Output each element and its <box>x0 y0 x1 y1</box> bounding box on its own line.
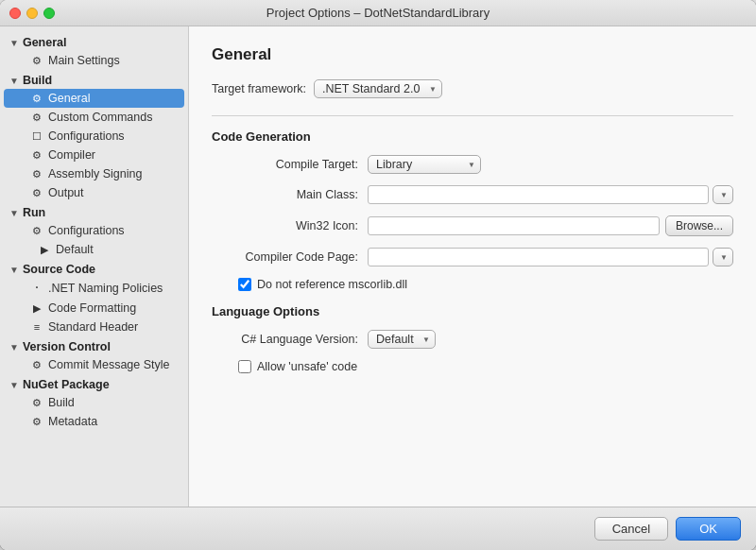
gear-icon: ⚙ <box>30 112 43 124</box>
sidebar-item-standard-header[interactable]: ≡ Standard Header <box>4 318 184 336</box>
sidebar-section-build: ▼ Build ⚙ General ⚙ Custom Commands ☐ Co… <box>0 70 188 202</box>
main-class-label: Main Class: <box>212 188 368 201</box>
main-class-control <box>368 185 733 204</box>
close-button[interactable] <box>9 8 21 19</box>
compiler-code-page-dropdown-wrapper <box>713 248 733 266</box>
gear-icon: ⚙ <box>30 359 43 371</box>
compiler-code-page-dropdown[interactable] <box>713 248 733 266</box>
sidebar-item-run-configurations[interactable]: ⚙ Configurations <box>4 221 184 240</box>
target-framework-row: Target framework: .NET Standard 2.0 <box>212 79 733 98</box>
traffic-lights <box>9 8 55 19</box>
gear-icon: ⚙ <box>30 225 43 237</box>
compile-target-control: Library <box>368 155 733 174</box>
target-framework-select-wrapper: .NET Standard 2.0 <box>314 79 442 98</box>
sidebar-group-run-label: Run <box>23 206 45 219</box>
header-icon: ≡ <box>30 321 43 333</box>
sidebar-group-nuget-label: NuGet Package <box>23 378 110 391</box>
compiler-code-page-label: Compiler Code Page: <box>212 250 368 264</box>
win32-icon-control: Browse... <box>368 215 733 236</box>
sidebar-group-general[interactable]: ▼ General <box>0 32 188 51</box>
sidebar-item-custom-commands[interactable]: ⚙ Custom Commands <box>4 108 184 127</box>
win32-icon-row: Win32 Icon: Browse... <box>212 215 733 236</box>
sidebar-section-source-code: ▼ Source Code · .NET Naming Policies ▶ C… <box>0 259 188 336</box>
sidebar-section-general: ▼ General ⚙ Main Settings <box>0 32 188 70</box>
gear-icon: ⚙ <box>30 149 43 162</box>
csharp-version-control: Default <box>368 330 733 349</box>
sidebar: ▼ General ⚙ Main Settings ▼ Build ⚙ Gene… <box>0 26 189 507</box>
csharp-version-select[interactable]: Default <box>368 330 436 349</box>
checkbox-icon: ☐ <box>30 130 43 143</box>
sidebar-item-run-default[interactable]: ▶ Default <box>4 240 184 259</box>
sidebar-group-version-control[interactable]: ▼ Version Control <box>0 336 188 355</box>
win32-icon-label: Win32 Icon: <box>212 219 368 232</box>
compiler-code-page-control <box>368 248 733 266</box>
footer: Cancel OK <box>0 507 756 550</box>
titlebar: Project Options – DotNetStandardLibrary <box>0 0 756 26</box>
compile-target-row: Compile Target: Library <box>212 155 733 174</box>
gear-icon: ⚙ <box>30 55 43 67</box>
sidebar-group-source-code-label: Source Code <box>23 263 95 276</box>
compile-target-select[interactable]: Library <box>368 155 481 174</box>
target-framework-select[interactable]: .NET Standard 2.0 <box>314 79 442 98</box>
sidebar-item-code-formatting[interactable]: ▶ Code Formatting <box>4 299 184 318</box>
sidebar-item-commit-message[interactable]: ⚙ Commit Message Style <box>4 355 184 374</box>
divider <box>212 115 733 116</box>
sidebar-section-run: ▼ Run ⚙ Configurations ▶ Default <box>0 202 188 259</box>
csharp-version-label: C# Language Version: <box>212 333 368 346</box>
cancel-button[interactable]: Cancel <box>594 517 668 541</box>
sidebar-group-nuget[interactable]: ▼ NuGet Package <box>0 374 188 393</box>
maximize-button[interactable] <box>43 8 55 19</box>
win32-icon-input[interactable] <box>368 216 660 235</box>
compile-target-select-wrapper: Library <box>368 155 481 174</box>
arrow-icon: ▼ <box>9 76 19 86</box>
sidebar-group-build[interactable]: ▼ Build <box>0 70 188 89</box>
arrow-icon: ▼ <box>9 342 19 352</box>
win32-icon-input-group: Browse... <box>368 215 733 236</box>
minimize-button[interactable] <box>26 8 38 19</box>
sidebar-section-version-control: ▼ Version Control ⚙ Commit Message Style <box>0 336 188 374</box>
sidebar-group-run[interactable]: ▼ Run <box>0 202 188 221</box>
unsafe-code-checkbox-label: Allow 'unsafe' code <box>257 360 357 373</box>
sidebar-item-nuget-build[interactable]: ⚙ Build <box>4 393 184 412</box>
gear-icon: ⚙ <box>30 416 43 428</box>
sidebar-item-output[interactable]: ⚙ Output <box>4 183 184 202</box>
main-class-row: Main Class: <box>212 185 733 204</box>
csharp-version-select-wrapper: Default <box>368 330 436 349</box>
dot-icon: · <box>30 279 43 296</box>
sidebar-item-compiler[interactable]: ⚙ Compiler <box>4 146 184 164</box>
arrow-icon: ▼ <box>9 380 19 390</box>
csharp-version-row: C# Language Version: Default <box>212 330 733 349</box>
sidebar-section-nuget: ▼ NuGet Package ⚙ Build ⚙ Metadata <box>0 374 188 431</box>
sidebar-item-configurations[interactable]: ☐ Configurations <box>4 127 184 146</box>
mscorlib-checkbox-row: Do not reference mscorlib.dll <box>238 278 733 291</box>
arrow-icon: ▼ <box>9 38 19 48</box>
play-icon: ▶ <box>38 244 51 256</box>
sidebar-group-source-code[interactable]: ▼ Source Code <box>0 259 188 278</box>
compiler-code-page-row: Compiler Code Page: <box>212 248 733 266</box>
sidebar-item-main-settings[interactable]: ⚙ Main Settings <box>4 51 184 70</box>
mscorlib-checkbox[interactable] <box>238 278 251 291</box>
sidebar-group-build-label: Build <box>23 74 52 87</box>
unsafe-code-checkbox[interactable] <box>238 360 251 373</box>
sidebar-item-build-general[interactable]: ⚙ General <box>4 89 184 108</box>
panel-title: General <box>212 45 733 64</box>
main-class-input[interactable] <box>368 185 709 204</box>
sidebar-item-nuget-metadata[interactable]: ⚙ Metadata <box>4 412 184 431</box>
gear-icon: ⚙ <box>30 397 43 409</box>
language-options-header: Language Options <box>212 304 733 318</box>
main-panel: General Target framework: .NET Standard … <box>189 26 756 507</box>
unsafe-code-checkbox-row: Allow 'unsafe' code <box>238 360 733 373</box>
window-title: Project Options – DotNetStandardLibrary <box>266 6 490 20</box>
sidebar-group-general-label: General <box>23 36 67 49</box>
mscorlib-checkbox-label: Do not reference mscorlib.dll <box>257 278 407 291</box>
browse-button[interactable]: Browse... <box>665 215 733 236</box>
arrow-icon: ▶ <box>30 302 43 315</box>
compiler-code-page-input[interactable] <box>368 248 709 266</box>
main-class-dropdown[interactable] <box>713 185 733 204</box>
gear-icon: ⚙ <box>30 93 43 105</box>
ok-button[interactable]: OK <box>676 517 741 541</box>
code-generation-header: Code Generation <box>212 129 733 144</box>
target-framework-label: Target framework: <box>212 82 306 95</box>
sidebar-item-net-naming[interactable]: · .NET Naming Policies <box>4 278 184 299</box>
sidebar-item-assembly-signing[interactable]: ⚙ Assembly Signing <box>4 164 184 183</box>
